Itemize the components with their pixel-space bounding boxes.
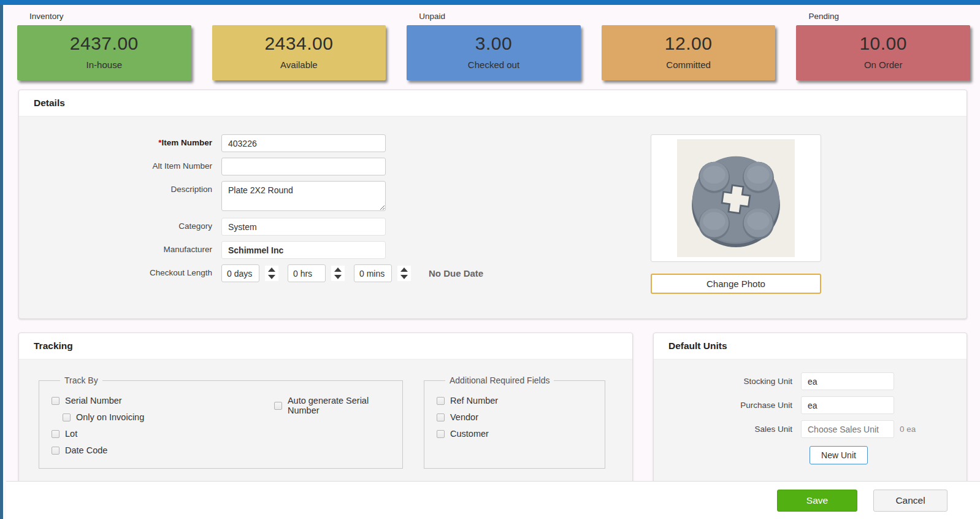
- stat-col-inhouse: Inventory 2437.00 In-house: [17, 9, 191, 80]
- stat-col-onorder: Pending 10.00 On Order: [796, 9, 970, 80]
- save-button[interactable]: Save: [777, 490, 857, 512]
- spin-down-icon[interactable]: [268, 275, 275, 279]
- date-code-label: Date Code: [65, 445, 107, 455]
- customer-checkbox[interactable]: [437, 430, 445, 438]
- minutes-spin-buttons: [397, 266, 411, 281]
- sales-unit-row: Sales Unit 0 ea: [654, 420, 967, 438]
- ref-number-option[interactable]: Ref Number: [437, 396, 498, 406]
- vendor-row: Vendor: [437, 412, 605, 422]
- vendor-option[interactable]: Vendor: [437, 412, 478, 422]
- change-photo-button[interactable]: Change Photo: [651, 274, 821, 294]
- date-code-option[interactable]: Date Code: [52, 445, 107, 455]
- spin-down-icon[interactable]: [334, 275, 342, 279]
- stat-label: In-house: [17, 54, 191, 70]
- vendor-label: Vendor: [450, 412, 478, 422]
- manufacturer-label: Manufacturer: [19, 241, 221, 254]
- date-code-checkbox[interactable]: [52, 447, 59, 455]
- item-number-row: *Item Number: [19, 134, 485, 152]
- group-label-pending: Pending: [796, 9, 970, 25]
- additional-required-fieldset: Additional Required Fields Ref Number Ve…: [424, 375, 605, 469]
- only-on-invoicing-label: Only on Invoicing: [76, 412, 144, 422]
- checkout-length-steppers: No Due Date: [221, 264, 483, 282]
- details-form: *Item Number Alt Item Number Description…: [19, 134, 485, 294]
- hours-input[interactable]: [288, 264, 326, 282]
- tracking-panel-title: Tracking: [19, 333, 632, 359]
- only-on-invoicing-option[interactable]: Only on Invoicing: [63, 412, 144, 422]
- purchase-unit-row: Purchase Unit: [654, 396, 967, 414]
- ref-number-checkbox[interactable]: [437, 397, 445, 405]
- customer-option[interactable]: Customer: [437, 429, 489, 439]
- lot-row: Lot: [52, 429, 402, 439]
- item-number-input[interactable]: [221, 134, 386, 152]
- stocking-unit-row: Stocking Unit: [654, 372, 967, 390]
- serial-number-label: Serial Number: [65, 396, 122, 406]
- spin-up-icon[interactable]: [400, 267, 408, 272]
- spin-up-icon[interactable]: [268, 267, 275, 272]
- stat-label: Available: [212, 54, 386, 70]
- stat-label: On Order: [796, 54, 970, 70]
- days-input[interactable]: [221, 264, 259, 282]
- default-units-title: Default Units: [654, 333, 967, 359]
- stat-value: 3.00: [407, 25, 581, 54]
- stat-value: 10.00: [796, 25, 970, 54]
- no-due-date-note: No Due Date: [429, 268, 483, 279]
- group-label-unpaid: Unpaid: [407, 9, 581, 25]
- stat-card-available: 2434.00 Available: [212, 25, 386, 80]
- alt-item-number-input[interactable]: [221, 158, 386, 175]
- default-units-panel: Default Units Stocking Unit Purchase Uni…: [653, 333, 967, 484]
- lot-option[interactable]: Lot: [52, 429, 77, 439]
- alt-item-number-label: Alt Item Number: [19, 158, 221, 171]
- stat-card-committed: 12.00 Committed: [602, 25, 776, 80]
- days-spin-buttons: [265, 266, 278, 281]
- customer-row: Customer: [437, 429, 605, 439]
- description-textarea[interactable]: Plate 2X2 Round: [221, 181, 386, 211]
- sales-unit-label: Sales Unit: [654, 425, 801, 434]
- group-label-empty: [212, 9, 386, 25]
- track-by-fieldset: Track By Serial Number Auto generate Ser…: [39, 375, 403, 469]
- stat-col-available: 2434.00 Available: [212, 9, 386, 80]
- days-stepper: [221, 264, 278, 282]
- serial-number-checkbox[interactable]: [52, 397, 59, 405]
- purchase-unit-input[interactable]: [801, 396, 894, 414]
- spin-up-icon[interactable]: [334, 267, 342, 272]
- group-label-empty: [602, 9, 776, 25]
- category-label: Category: [19, 218, 221, 231]
- alt-item-number-row: Alt Item Number: [19, 158, 485, 175]
- vendor-checkbox[interactable]: [437, 413, 445, 421]
- auto-generate-checkbox[interactable]: [274, 402, 282, 410]
- only-on-invoicing-row: Only on Invoicing: [52, 412, 402, 422]
- stat-label: Checked out: [407, 54, 581, 70]
- manufacturer-input[interactable]: [221, 241, 386, 259]
- only-on-invoicing-checkbox[interactable]: [63, 413, 71, 421]
- spin-down-icon[interactable]: [400, 275, 408, 279]
- details-panel: Details *Item Number Alt Item Number Des…: [18, 90, 967, 319]
- group-label-inventory: Inventory: [17, 9, 191, 25]
- lot-checkbox[interactable]: [52, 430, 59, 438]
- item-photo-frame: [651, 134, 821, 262]
- date-code-row: Date Code: [52, 445, 402, 455]
- hours-spin-buttons: [331, 266, 345, 281]
- stocking-unit-input[interactable]: [801, 372, 894, 390]
- category-row: Category: [19, 218, 485, 236]
- stat-card-inhouse: 2437.00 In-house: [17, 25, 191, 80]
- ref-number-label: Ref Number: [450, 396, 498, 406]
- new-unit-button[interactable]: New Unit: [810, 446, 868, 464]
- minutes-stepper: [354, 264, 411, 282]
- minutes-input[interactable]: [354, 264, 392, 282]
- stat-card-checkedout: 3.00 Checked out: [407, 25, 581, 80]
- description-row: Description Plate 2X2 Round: [19, 181, 485, 211]
- additional-required-legend: Additional Required Fields: [445, 375, 554, 385]
- stat-col-checkedout: Unpaid 3.00 Checked out: [407, 9, 581, 80]
- serial-number-option[interactable]: Serial Number: [52, 396, 122, 406]
- stat-card-onorder: 10.00 On Order: [796, 25, 970, 80]
- item-number-label: *Item Number: [19, 134, 221, 147]
- item-photo: [677, 139, 795, 257]
- stat-value: 2434.00: [212, 25, 386, 54]
- cancel-button[interactable]: Cancel: [873, 490, 947, 512]
- hours-stepper: [288, 264, 345, 282]
- sales-unit-input[interactable]: [801, 420, 894, 438]
- category-input[interactable]: [221, 218, 386, 236]
- purchase-unit-label: Purchase Unit: [654, 401, 801, 410]
- stocking-unit-label: Stocking Unit: [654, 377, 801, 386]
- track-by-legend: Track By: [60, 375, 102, 385]
